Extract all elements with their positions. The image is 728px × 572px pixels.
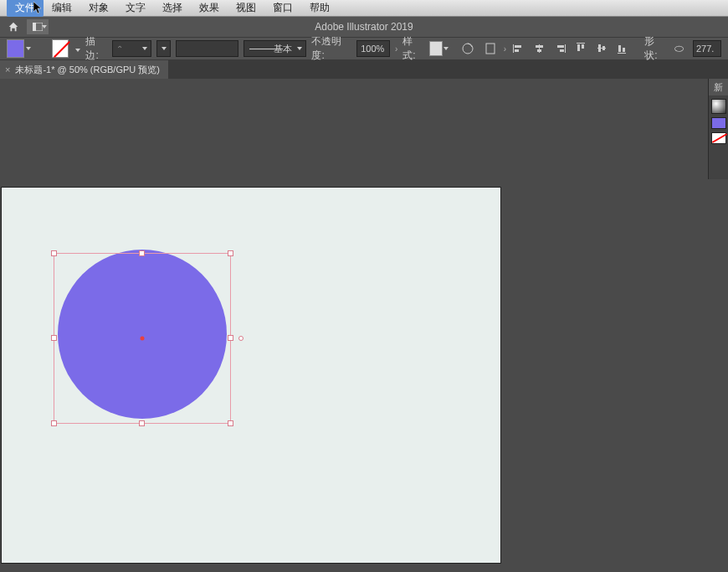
fill-swatch-thumb[interactable] <box>711 117 726 129</box>
resize-handle-middle-right[interactable] <box>228 335 233 341</box>
chevron-right-icon-2: › <box>504 44 506 54</box>
document-tab[interactable]: × 未标题-1* @ 50% (RGB/GPU 预览) <box>0 60 168 79</box>
resize-handle-top-right[interactable] <box>228 250 233 256</box>
svg-rect-19 <box>618 53 626 54</box>
svg-rect-4 <box>513 44 514 53</box>
menu-file[interactable]: 文件 <box>7 0 44 17</box>
stroke-weight-input[interactable]: ⌃ <box>112 40 151 57</box>
brush-definition[interactable]: 基本 <box>244 40 307 57</box>
selection-bounding-box[interactable] <box>54 253 231 424</box>
side-panel: 新 <box>708 79 728 179</box>
resize-handle-middle-left[interactable] <box>51 335 57 341</box>
resize-handle-bottom-right[interactable] <box>228 420 233 426</box>
stroke-dropdown-icon[interactable] <box>74 43 80 54</box>
svg-rect-12 <box>560 49 564 52</box>
app-title: Adobe Illustrator 2019 <box>315 21 413 33</box>
resize-handle-bottom-left[interactable] <box>51 420 57 426</box>
svg-rect-9 <box>537 49 541 52</box>
stroke-label: 描边: <box>85 34 106 63</box>
workspace-switcher[interactable] <box>27 19 49 34</box>
svg-rect-15 <box>582 44 584 49</box>
none-swatch-thumb[interactable] <box>711 132 726 144</box>
svg-rect-1 <box>33 23 36 31</box>
ellipse-shape-icon: ⬭ <box>671 39 688 58</box>
workspace[interactable] <box>0 79 728 572</box>
chevron-right-icon: › <box>395 44 397 54</box>
shape-label: 形状: <box>644 34 665 63</box>
artboard[interactable] <box>2 188 500 563</box>
menu-object[interactable]: 对象 <box>80 0 117 17</box>
recolor-icon[interactable] <box>459 39 476 58</box>
resize-handle-top-middle[interactable] <box>139 250 145 256</box>
svg-rect-18 <box>602 46 605 50</box>
shape-width-input[interactable]: 277. <box>693 40 721 57</box>
menu-bar: 文件 编辑 对象 文字 选择 效果 视图 窗口 帮助 <box>0 0 728 17</box>
fill-color-swatch[interactable] <box>7 39 24 58</box>
menu-edit[interactable]: 编辑 <box>44 0 80 17</box>
selection-center-icon <box>141 337 145 341</box>
stroke-profile-dropdown[interactable] <box>156 40 171 57</box>
align-bottom-icon[interactable] <box>614 40 630 57</box>
svg-rect-20 <box>618 45 621 52</box>
variable-width-profile[interactable] <box>176 40 238 57</box>
home-button[interactable] <box>5 18 22 35</box>
align-center-h-icon[interactable] <box>532 40 548 57</box>
menu-window[interactable]: 窗口 <box>264 0 301 17</box>
resize-handle-bottom-middle[interactable] <box>139 420 145 426</box>
panel-tab[interactable]: 新 <box>709 79 728 95</box>
svg-rect-17 <box>598 44 601 52</box>
svg-rect-13 <box>577 43 585 44</box>
control-bar: 描边: ⌃ 基本 不透明度: 100% › 样式: › 形状: ⬭ 277. <box>0 37 728 60</box>
svg-rect-6 <box>515 49 519 52</box>
svg-rect-8 <box>536 45 543 48</box>
document-setup-icon[interactable] <box>481 39 498 58</box>
menu-help[interactable]: 帮助 <box>301 0 338 17</box>
close-tab-icon[interactable]: × <box>5 64 10 75</box>
resize-handle-top-left[interactable] <box>51 250 57 256</box>
svg-rect-11 <box>557 45 564 48</box>
menu-select[interactable]: 选择 <box>154 0 191 17</box>
menu-view[interactable]: 视图 <box>228 0 264 17</box>
stroke-color-swatch[interactable] <box>52 39 69 58</box>
live-shape-widget[interactable] <box>238 336 244 341</box>
align-right-icon[interactable] <box>552 40 568 57</box>
align-left-icon[interactable] <box>511 40 527 57</box>
opacity-input[interactable]: 100% <box>356 40 390 57</box>
svg-rect-10 <box>565 44 566 53</box>
opacity-label: 不透明度: <box>311 34 351 63</box>
menu-effect[interactable]: 效果 <box>191 0 228 17</box>
menu-type[interactable]: 文字 <box>117 0 154 17</box>
document-tab-label: 未标题-1* @ 50% (RGB/GPU 预览) <box>15 64 160 76</box>
graphic-style-swatch[interactable] <box>429 41 443 56</box>
style-label: 样式: <box>402 34 423 63</box>
svg-rect-14 <box>577 44 580 51</box>
svg-rect-5 <box>515 45 521 48</box>
align-center-v-icon[interactable] <box>593 40 609 57</box>
svg-rect-3 <box>486 44 495 54</box>
align-top-icon[interactable] <box>573 40 589 57</box>
title-toolbar: Adobe Illustrator 2019 <box>0 17 728 37</box>
svg-rect-21 <box>623 48 625 52</box>
gradient-swatch-thumb[interactable] <box>711 99 726 114</box>
document-tab-bar: × 未标题-1* @ 50% (RGB/GPU 预览) <box>0 60 728 79</box>
